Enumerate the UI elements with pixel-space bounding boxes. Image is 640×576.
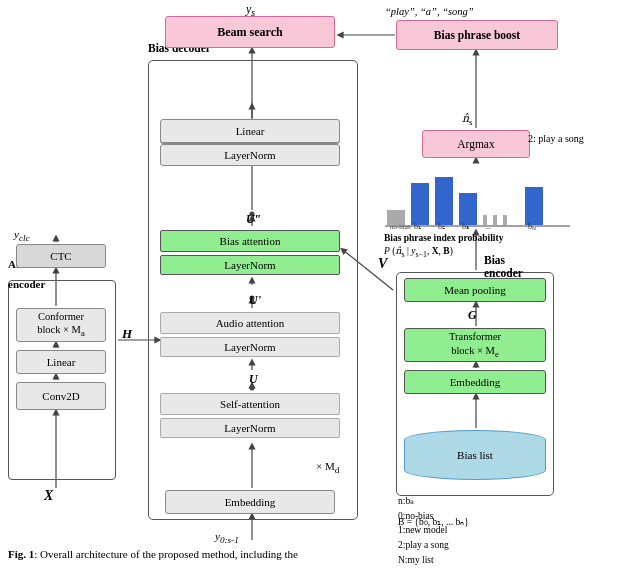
H-label: H: [122, 326, 132, 342]
annotation-N-my-list: N:my list: [398, 553, 449, 568]
conv2d-label: Conv2D: [42, 390, 79, 402]
linear-audio-block: Linear: [16, 350, 106, 374]
U-label: U: [249, 372, 258, 387]
nhats-label: n̂s: [462, 112, 473, 127]
be-transformer-block: Transformerblock × Me: [404, 328, 546, 362]
beam-search-box[interactable]: Beam search: [165, 16, 335, 48]
quote-text: “play”, “a”, “song”: [385, 6, 474, 17]
prob-formula: P (n̂s | ys−1, X, B): [384, 245, 453, 259]
yclc-label: yclc: [14, 228, 30, 243]
annotation-play-a-song: 2:play a song: [398, 538, 449, 553]
audio-encoder-sub-label: encoder: [8, 278, 45, 290]
bd-embedding-label: Embedding: [225, 496, 276, 508]
Uprime-label: U': [249, 293, 261, 308]
bd-linear-top: Linear: [160, 119, 340, 143]
ys-label: ys: [246, 2, 255, 18]
ctc-block: CTC: [16, 244, 106, 268]
B-formula: B = {b₀, b₁, ... bₙ}: [398, 516, 469, 527]
G-label: G: [468, 308, 477, 323]
bd-audio-attention-label: Audio attention: [216, 317, 285, 329]
conv2d-block: Conv2D: [16, 382, 106, 410]
bar-chart: no-bias b₁ b₂ b₃ ... bN: [385, 165, 570, 230]
bias-encoder-label: Bias: [484, 254, 505, 266]
play-annotation: 2: play a song: [528, 133, 584, 144]
bd-bias-attention: Bias attention: [160, 230, 340, 252]
svg-text:no-bias: no-bias: [390, 223, 411, 230]
svg-text:b₂: b₂: [438, 222, 445, 230]
bias-prob-label: Bias phrase index probability: [384, 233, 503, 243]
bd-linear-top-label: Linear: [236, 125, 265, 137]
bd-self-layernorm-label: LayerNorm: [224, 422, 275, 434]
ctc-label: CTC: [50, 250, 71, 262]
linear-audio-label: Linear: [47, 356, 76, 368]
Udprime-label: U″: [246, 212, 261, 227]
bias-phrase-boost-label: Bias phrase boost: [434, 29, 520, 41]
annotation-nbias: n:bₐ: [398, 494, 449, 509]
Md-label: × Md: [316, 460, 339, 475]
X-label: X: [44, 488, 53, 504]
bd-self-layernorm: LayerNorm: [160, 418, 340, 438]
svg-rect-33: [459, 193, 477, 225]
be-transformer-label: Transformerblock × Me: [449, 330, 501, 360]
beam-search-label: Beam search: [217, 25, 282, 40]
bd-bias-layernorm: LayerNorm: [160, 255, 340, 275]
svg-rect-32: [435, 177, 453, 225]
be-embedding: Embedding: [404, 370, 546, 394]
svg-text:b₁: b₁: [414, 222, 421, 230]
y0s1-label: y0:s-1: [215, 530, 239, 545]
argmax-box: Argmax: [422, 130, 530, 158]
fig-text: : Overall architecture of the proposed m…: [34, 548, 298, 560]
bd-bias-attention-label: Bias attention: [220, 235, 281, 247]
argmax-label: Argmax: [457, 138, 494, 150]
be-mean-pooling-label: Mean pooling: [444, 284, 505, 296]
be-mean-pooling: Mean pooling: [404, 278, 546, 302]
conformer-block: Conformerblock × Ma: [16, 308, 106, 342]
svg-text:...: ...: [485, 222, 491, 230]
be-embedding-label: Embedding: [450, 376, 501, 388]
bd-audio-layernorm-label: LayerNorm: [224, 341, 275, 353]
be-annotations: n:bₐ 0:no-bias 1:new model 2:play a song…: [398, 494, 449, 568]
fig-bold: Fig. 1: [8, 548, 34, 560]
svg-rect-35: [493, 215, 497, 225]
diagram-container: Audio encoder Conformerblock × Ma Linear…: [0, 0, 640, 576]
bias-phrase-boost-box: Bias phrase boost: [396, 20, 558, 50]
fig-caption: Fig. 1: Overall architecture of the prop…: [8, 548, 298, 560]
bd-layernorm-top: LayerNorm: [160, 144, 340, 166]
conformer-label: Conformerblock × Ma: [37, 311, 85, 338]
bd-bias-layernorm-label: LayerNorm: [224, 259, 275, 271]
svg-rect-36: [503, 215, 507, 225]
bd-self-attention: Self-attention: [160, 393, 340, 415]
bias-list-label: Bias list: [457, 449, 493, 461]
bias-list-box: Bias list: [404, 430, 546, 480]
svg-rect-37: [525, 187, 543, 225]
bd-audio-layernorm: LayerNorm: [160, 337, 340, 357]
bd-self-attention-label: Self-attention: [220, 398, 280, 410]
svg-text:b₃: b₃: [462, 222, 469, 230]
bd-layernorm-top-label: LayerNorm: [224, 149, 275, 161]
svg-rect-31: [411, 183, 429, 225]
bd-audio-attention: Audio attention: [160, 312, 340, 334]
bd-embedding: Embedding: [165, 490, 335, 514]
